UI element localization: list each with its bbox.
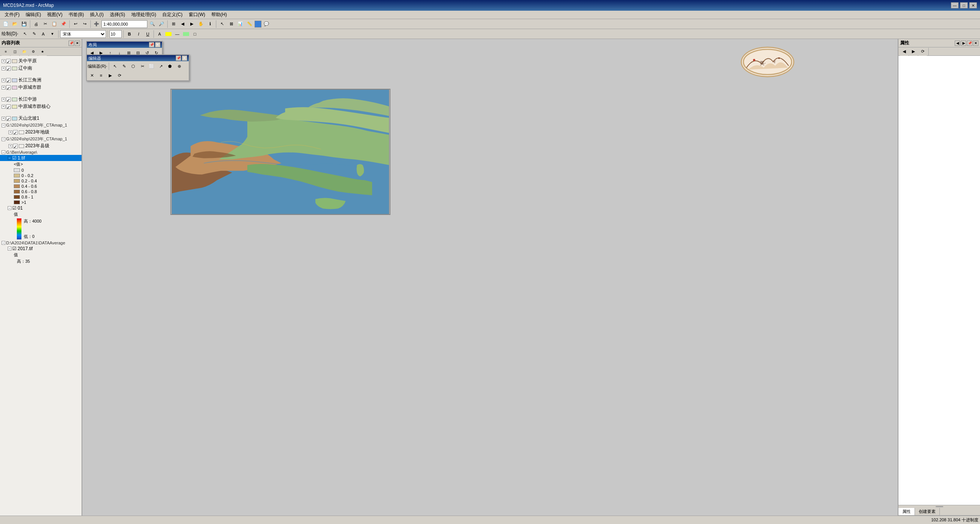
editor-menu-label[interactable]: 编辑器(R)·: [88, 63, 107, 69]
props-pin-btn[interactable]: 📌: [967, 41, 972, 46]
draw-tool-btn[interactable]: ✎: [30, 30, 38, 38]
expand-2017tif[interactable]: −: [8, 247, 11, 251]
zoom-in-button[interactable]: 🔍: [148, 20, 157, 28]
expand-zhongyuan-core[interactable]: +: [2, 105, 5, 109]
expand-1tif[interactable]: −: [8, 156, 11, 160]
layout-tb-pin[interactable]: 📌: [149, 42, 154, 47]
layer-zhongyuan-group[interactable]: + ✓ 中原城市群: [0, 84, 82, 91]
editor-btn-9[interactable]: ✕: [88, 71, 96, 80]
editor-btn-4[interactable]: ✂: [138, 62, 147, 70]
checkbox-zhongyuan-group[interactable]: ✓: [6, 85, 11, 90]
menu-geoprocessing[interactable]: 地理处理(G): [128, 11, 159, 19]
layer-liao[interactable]: + ✓ 辽中南: [0, 65, 82, 72]
cut-button[interactable]: ✂: [41, 20, 49, 28]
add-data-button[interactable]: ➕: [92, 20, 101, 28]
map-area[interactable]: 布局 📌 ✕ ◀ ▶ ↑ ↓ ⊞ ⊟ ↺ ↻ □ ▪ ⊕ ⊖ ▦ ⟳: [82, 39, 898, 516]
clear-select-button[interactable]: ⊠: [227, 20, 235, 28]
select-button[interactable]: ↖: [218, 20, 226, 28]
toc-source-btn[interactable]: 📁: [20, 47, 28, 56]
open-button[interactable]: 📂: [11, 20, 19, 28]
layer-tianshan[interactable]: + ✓ 天山北坡1: [0, 115, 82, 122]
expand-a2024[interactable]: −: [2, 241, 5, 245]
maximize-button[interactable]: □: [960, 2, 968, 8]
props-expand-btn[interactable]: ◀: [955, 41, 960, 46]
toc-options-btn[interactable]: ⚙: [29, 47, 38, 56]
measure-button[interactable]: 📏: [245, 20, 254, 28]
draw-select-btn[interactable]: ↖: [21, 30, 29, 38]
color-btn[interactable]: [255, 21, 261, 28]
checkbox-yangtze-delta[interactable]: ✓: [6, 78, 11, 83]
toc-close-btn[interactable]: ✕: [75, 41, 80, 46]
expand-yangtze-middle[interactable]: +: [2, 98, 5, 101]
editor-btn-5[interactable]: ⬜: [147, 62, 156, 70]
draw-more-btn[interactable]: ▾: [48, 30, 57, 38]
props-tab-create[interactable]: 创建要素: [915, 508, 940, 515]
scale-input[interactable]: [101, 20, 147, 28]
expand-2023-county[interactable]: +: [8, 144, 12, 148]
menu-help[interactable]: 帮助(H): [208, 11, 230, 19]
shadow-btn[interactable]: □: [191, 30, 199, 38]
props-resize-handle[interactable]: [898, 505, 980, 508]
menu-customize[interactable]: 自定义(C): [159, 11, 186, 19]
expand-2024-shp-1[interactable]: −: [2, 124, 5, 127]
draw-text-btn[interactable]: A: [39, 30, 47, 38]
layout-tb-close[interactable]: ✕: [155, 42, 160, 47]
toc-add-btn[interactable]: ★: [38, 47, 47, 56]
expand-01[interactable]: −: [8, 206, 11, 210]
toc-pin-btn[interactable]: 📌: [69, 41, 74, 46]
expand-zhongyuan-group[interactable]: +: [2, 86, 5, 90]
editor-btn-1[interactable]: ↖: [111, 62, 119, 70]
layer-1tif[interactable]: − ☑ 1.tif: [0, 155, 82, 161]
group-a2024[interactable]: − D:\A2024\DATA1\DATAAverage: [0, 240, 82, 246]
redo-button[interactable]: ↪: [80, 20, 89, 28]
copy-button[interactable]: 📋: [50, 20, 59, 28]
full-extent-button[interactable]: ⊞: [169, 20, 178, 28]
editor-btn-2[interactable]: ✎: [120, 62, 128, 70]
line-color-btn[interactable]: —: [173, 30, 181, 38]
underline-btn[interactable]: U: [144, 30, 152, 38]
editor-btn-3[interactable]: ⬡: [129, 62, 137, 70]
editor-btn-7[interactable]: ⬟: [166, 62, 174, 70]
toc-list-btn[interactable]: ≡: [2, 47, 10, 56]
map-tips-button[interactable]: 💬: [262, 20, 271, 28]
expand-yangtze-delta[interactable]: +: [2, 78, 5, 82]
props-tab-attributes[interactable]: 属性: [898, 508, 915, 515]
menu-bookmarks[interactable]: 书签(B): [65, 11, 87, 19]
layer-2023-city[interactable]: + ✓ 2023年地级: [7, 129, 82, 136]
map-view[interactable]: [170, 89, 390, 215]
zoom-out-button[interactable]: 🔎: [157, 20, 166, 28]
menu-edit[interactable]: 编辑(E): [23, 11, 44, 19]
checkbox-2023-city[interactable]: ✓: [13, 130, 18, 135]
new-button[interactable]: 📄: [2, 20, 10, 28]
paste-button[interactable]: 📌: [59, 20, 68, 28]
attribute-table-button[interactable]: 📊: [236, 20, 245, 28]
layer-2023-county[interactable]: + ✓ 2023年县级: [7, 142, 82, 150]
checkbox-tianshan[interactable]: ✓: [6, 116, 11, 121]
identify-button[interactable]: ℹ: [206, 20, 214, 28]
expand-liao[interactable]: +: [2, 67, 5, 70]
menu-view[interactable]: 视图(V): [44, 11, 65, 19]
expand-2023-city[interactable]: +: [8, 130, 12, 134]
props-back-btn[interactable]: ◀: [900, 47, 908, 56]
editor-btn-8[interactable]: ⊕: [175, 62, 183, 70]
menu-insert[interactable]: 插入(I): [87, 11, 106, 19]
menu-file[interactable]: 文件(F): [2, 11, 23, 19]
layer-2017tif[interactable]: − ☑ 2017.tif: [0, 246, 82, 252]
expand-tianshan[interactable]: +: [2, 117, 5, 120]
print-button[interactable]: 🖨: [32, 20, 40, 28]
expand-2024-shp-2[interactable]: −: [2, 137, 5, 141]
group-ben-average[interactable]: − G:\Ben\Average\: [0, 150, 82, 155]
layer-01[interactable]: − ☑ 01: [0, 205, 82, 211]
zoom-prev-button[interactable]: ◀: [178, 20, 187, 28]
props-refresh-btn[interactable]: ⟳: [918, 47, 927, 56]
highlight-btn[interactable]: [165, 32, 172, 36]
layer-guanzhong[interactable]: + ✓ 关中平原: [0, 57, 82, 65]
fill-color-btn[interactable]: [183, 32, 189, 36]
toc-layer-btn[interactable]: ◫: [11, 47, 19, 56]
close-button[interactable]: ✕: [969, 2, 977, 8]
group-2024-shp-2[interactable]: − G:\2024\shp\2023年_CTAmap_1: [0, 136, 82, 142]
editor-btn-6[interactable]: ↗: [157, 62, 165, 70]
save-button[interactable]: 💾: [20, 20, 28, 28]
checkbox-guanzhong[interactable]: ✓: [6, 59, 11, 63]
menu-select[interactable]: 选择(S): [107, 11, 128, 19]
